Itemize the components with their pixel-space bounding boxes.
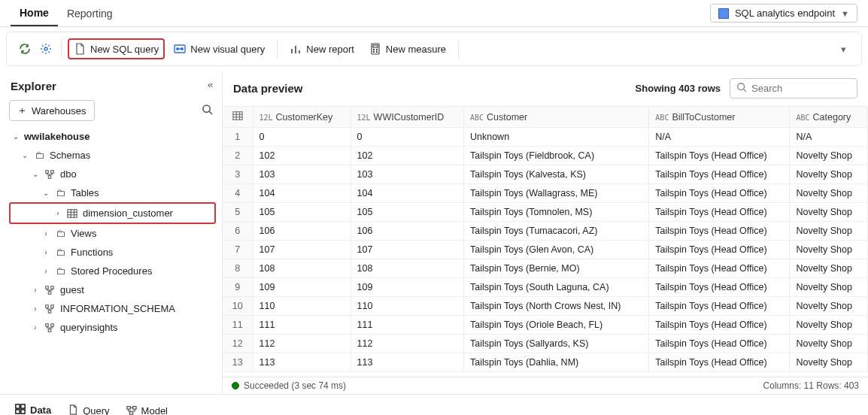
settings-icon[interactable] xyxy=(37,40,55,58)
cell-customerkey: 107 xyxy=(253,241,351,259)
explorer-search-icon[interactable] xyxy=(199,101,216,120)
tree-node-schemas[interactable]: ⌄ 🗀 Schemas xyxy=(9,146,216,165)
toolbar-overflow-icon[interactable]: ▾ xyxy=(835,44,852,55)
tree-node-tables[interactable]: ⌄ 🗀 Tables xyxy=(9,183,216,202)
guest-label: guest xyxy=(60,284,84,295)
col-billtocustomer[interactable]: ABCBillToCustomer xyxy=(649,107,790,128)
cell-wwicustomerid: 105 xyxy=(351,203,463,222)
svg-rect-9 xyxy=(373,45,378,47)
endpoint-label: SQL analytics endpoint xyxy=(735,8,835,19)
svg-rect-43 xyxy=(21,410,25,413)
chevron-right-icon: › xyxy=(42,229,50,238)
views-label: Views xyxy=(71,228,96,239)
rownum-cell: 3 xyxy=(223,165,253,184)
chevron-right-icon: › xyxy=(54,209,62,217)
rownum-header[interactable] xyxy=(223,107,253,128)
cell-customer: Tailspin Toys (South Laguna, CA) xyxy=(463,278,648,297)
cell-billtocustomer: Tailspin Toys (Head Office) xyxy=(649,241,790,259)
cell-category: Novelty Shop xyxy=(790,147,868,165)
new-visual-query-label: New visual query xyxy=(190,44,265,55)
table-row[interactable]: 4104104Tailspin Toys (Wallagrass, ME)Tai… xyxy=(223,184,868,203)
preview-search-input[interactable] xyxy=(751,83,851,94)
tree-node-functions[interactable]: › 🗀 Functions xyxy=(9,243,216,262)
cell-wwicustomerid: 107 xyxy=(351,241,463,259)
table-row[interactable]: 2102102Tailspin Toys (Fieldbrook, CA)Tai… xyxy=(223,147,868,165)
cell-category: Novelty Shop xyxy=(790,222,868,241)
new-report-button[interactable]: New report xyxy=(284,40,360,58)
cell-billtocustomer: Tailspin Toys (Head Office) xyxy=(649,222,790,241)
endpoint-switcher[interactable]: SQL analytics endpoint ▼ xyxy=(710,4,857,23)
tree-node-queryinsights[interactable]: › queryinsights xyxy=(9,318,216,337)
svg-rect-42 xyxy=(16,410,20,413)
cell-customer: Tailspin Toys (Fieldbrook, CA) xyxy=(463,147,648,165)
tree-node-information-schema[interactable]: › INFORMATION_SCHEMA xyxy=(9,299,216,318)
rownum-cell: 13 xyxy=(223,353,253,372)
cell-customerkey: 103 xyxy=(253,165,351,184)
footer-tab-data[interactable]: Data xyxy=(12,401,54,415)
col-wwicustomerid[interactable]: 12LWWICustomerID xyxy=(351,107,463,128)
add-warehouses-button[interactable]: ＋ Warehouses xyxy=(9,100,95,121)
footer-tab-model[interactable]: Model xyxy=(123,401,171,415)
rownum-cell: 6 xyxy=(223,222,253,241)
schema-icon xyxy=(44,169,56,180)
cell-customer: Tailspin Toys (Sallyards, KS) xyxy=(463,335,648,353)
cell-wwicustomerid: 113 xyxy=(351,353,463,372)
cell-customerkey: 0 xyxy=(253,128,351,147)
table-row[interactable]: 12112112Tailspin Toys (Sallyards, KS)Tai… xyxy=(223,335,868,353)
chevron-right-icon: › xyxy=(42,267,50,275)
table-row[interactable]: 7107107Tailspin Toys (Glen Avon, CA)Tail… xyxy=(223,241,868,259)
table-row[interactable]: 3103103Tailspin Toys (Kalvesta, KS)Tails… xyxy=(223,165,868,184)
cell-customerkey: 109 xyxy=(253,278,351,297)
col-customer[interactable]: ABCCustomer xyxy=(463,107,648,128)
col-customerkey[interactable]: 12LCustomerKey xyxy=(253,107,351,128)
svg-rect-45 xyxy=(132,407,135,410)
data-grid[interactable]: 12LCustomerKey 12LWWICustomerID ABCCusto… xyxy=(223,107,868,372)
svg-line-34 xyxy=(744,89,747,92)
footer-tab-data-label: Data xyxy=(30,404,51,415)
cell-category: Novelty Shop xyxy=(790,353,868,372)
folder-icon: 🗀 xyxy=(54,187,66,198)
cell-wwicustomerid: 110 xyxy=(351,297,463,316)
tree-node-dimension-customer[interactable]: › dimension_customer xyxy=(9,202,216,224)
endpoint-icon xyxy=(718,8,729,19)
cell-category: Novelty Shop xyxy=(790,297,868,316)
tab-reporting[interactable]: Reporting xyxy=(58,2,122,26)
table-row[interactable]: 13113113Tailspin Toys (Dahlia, NM)Tailsp… xyxy=(223,353,868,372)
divider xyxy=(458,40,459,58)
table-row[interactable]: 10110110Tailspin Toys (North Crows Nest,… xyxy=(223,297,868,316)
table-row[interactable]: 6106106Tailspin Toys (Tumacacori, AZ)Tai… xyxy=(223,222,868,241)
new-measure-button[interactable]: New measure xyxy=(363,40,452,58)
table-row[interactable]: 9109109Tailspin Toys (South Laguna, CA)T… xyxy=(223,278,868,297)
cell-customerkey: 108 xyxy=(253,259,351,278)
sql-file-icon xyxy=(74,43,86,55)
refresh-icon[interactable] xyxy=(16,40,34,58)
tree-node-guest[interactable]: › guest xyxy=(9,280,216,299)
table-row[interactable]: 8108108Tailspin Toys (Bernie, MO)Tailspi… xyxy=(223,259,868,278)
preview-search[interactable] xyxy=(730,78,857,98)
chevron-right-icon: › xyxy=(32,304,39,313)
info-schema-label: INFORMATION_SCHEMA xyxy=(60,303,175,314)
tree-node-stored-procedures[interactable]: › 🗀 Stored Procedures xyxy=(9,262,216,280)
chevron-right-icon: › xyxy=(42,248,50,256)
cell-billtocustomer: Tailspin Toys (Head Office) xyxy=(649,147,790,165)
tree-node-dbo[interactable]: ⌄ dbo xyxy=(9,165,216,183)
footer-tab-query[interactable]: Query xyxy=(65,401,112,415)
cell-billtocustomer: Tailspin Toys (Head Office) xyxy=(649,203,790,222)
new-visual-query-button[interactable]: New visual query xyxy=(168,40,271,58)
svg-point-11 xyxy=(376,49,377,50)
cell-category: Novelty Shop xyxy=(790,335,868,353)
col-category[interactable]: ABCCategory xyxy=(790,107,868,128)
tree-node-views[interactable]: › 🗀 Views xyxy=(9,224,216,243)
table-row[interactable]: 100UnknownN/AN/A xyxy=(223,128,868,147)
svg-rect-30 xyxy=(46,323,49,326)
chevron-right-icon: › xyxy=(32,323,39,332)
tree-node-database[interactable]: ⌄ wwilakehouse xyxy=(9,127,216,146)
table-row[interactable]: 5105105Tailspin Toys (Tomnolen, MS)Tails… xyxy=(223,203,868,222)
new-sql-query-button[interactable]: New SQL query xyxy=(68,38,165,59)
cell-billtocustomer: Tailspin Toys (Head Office) xyxy=(649,259,790,278)
collapse-explorer-icon[interactable]: » xyxy=(208,80,213,92)
table-row[interactable]: 11111111Tailspin Toys (Oriole Beach, FL)… xyxy=(223,316,868,335)
tab-home[interactable]: Home xyxy=(11,1,58,26)
svg-rect-18 xyxy=(48,175,51,178)
type-int-icon: 12L xyxy=(357,114,371,122)
